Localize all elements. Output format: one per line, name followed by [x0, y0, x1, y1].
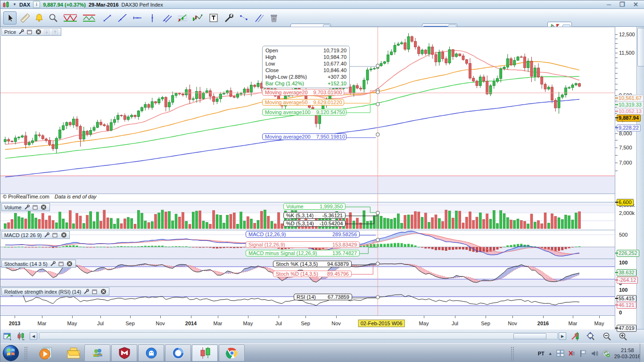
rsi-window-icon[interactable] — [91, 288, 98, 295]
volk-name: %K (5,3,14) — [286, 213, 314, 218]
axis-tick — [615, 53, 618, 53]
time-axis-tick — [424, 316, 424, 318]
stoch-settings-icon[interactable] — [50, 261, 56, 267]
vertical-scrollbar-thumb[interactable] — [637, 28, 644, 66]
tooltip-low-label: Low — [265, 60, 275, 67]
start-button[interactable] — [2, 345, 20, 362]
axis-badge-dash — [615, 127, 618, 128]
volume-close-icon[interactable] — [41, 204, 47, 210]
taskbar-grip[interactable] — [24, 346, 28, 361]
rsi-tick-label: 0 — [619, 310, 622, 315]
rsi-name: RSI (14) — [297, 294, 316, 300]
zoom-out-button[interactable] — [601, 331, 612, 342]
axis-tick — [615, 84, 618, 84]
stoch-tick-label: 100 — [619, 260, 627, 265]
axis-value-badge: 226,252 — [617, 250, 639, 257]
time-axis-label: Jul — [275, 321, 282, 326]
rsi-close-icon[interactable] — [100, 288, 107, 295]
price-movedown-icon[interactable] — [43, 29, 50, 35]
explorer-icon[interactable] — [66, 347, 82, 360]
ring-app-taskbar-button[interactable] — [165, 345, 191, 362]
time-axis-tick — [455, 316, 455, 318]
price-moveup-icon[interactable] — [52, 29, 58, 35]
rsi-settings-icon[interactable] — [83, 288, 90, 295]
time-axis-label: Sep — [301, 321, 310, 326]
volume-settings-icon[interactable] — [24, 204, 30, 210]
chrome-taskbar-button[interactable] — [219, 345, 245, 362]
axis-value-badge: 55.415 — [617, 295, 636, 302]
update-status-icon[interactable] — [603, 350, 611, 357]
volume-label: Volume1,999,350 — [283, 203, 346, 210]
ghost-app-taskbar-button[interactable] — [138, 345, 164, 362]
tooltip-barchg-label: Bar Chg (1.42%) — [265, 80, 304, 87]
time-axis-label: Sep — [481, 321, 490, 326]
macd-settings-icon[interactable] — [43, 232, 50, 238]
bar-style-button[interactable] — [16, 331, 27, 342]
axis-tick — [615, 34, 618, 35]
prorealtime-taskbar-button[interactable] — [192, 345, 218, 362]
new-chart-button[interactable] — [2, 331, 14, 342]
tooltip-close-value: 10,846.40 — [323, 67, 347, 74]
time-axis-label: Jul — [452, 321, 458, 326]
tooltip-open-value: 10,719.20 — [323, 47, 347, 54]
vold-value: -10.54204 — [320, 221, 343, 226]
chart-options-button[interactable] — [570, 331, 581, 342]
rsi-panel-header: Relative strength index (RSI) (14) — [1, 288, 109, 296]
macd-window-icon[interactable] — [52, 232, 58, 238]
hidden-icons-caret[interactable]: ▲ — [548, 351, 553, 356]
price-panel-header: Price — [1, 28, 61, 36]
horizontal-scrollbar-thumb[interactable] — [513, 333, 546, 339]
time-axis-label: Sep — [125, 321, 135, 326]
speaker-icon[interactable] — [591, 350, 599, 357]
volk-value: -5.36121 — [322, 213, 343, 218]
price-settings-icon[interactable] — [18, 29, 25, 35]
axis-tick — [615, 63, 618, 63]
action-center-icon[interactable] — [556, 350, 564, 357]
price-tick-label: 7,500 — [619, 145, 632, 150]
macd-tick-label: 500 — [619, 232, 627, 238]
tooltip-highlow-label: High-Low (2.88%) — [265, 74, 307, 80]
language-indicator[interactable]: PT — [538, 351, 545, 356]
macd-panel-header: MACD (12 26 9) — [1, 231, 70, 239]
time-axis-label: Mar — [38, 321, 47, 326]
axis-badge-dash — [615, 104, 618, 105]
vertical-scrollbar[interactable] — [636, 27, 644, 329]
axis-tick — [615, 78, 618, 79]
macd-close-icon[interactable] — [60, 232, 67, 238]
power-status-icon[interactable] — [568, 350, 576, 357]
mcafee-taskbar-button[interactable] — [111, 345, 137, 362]
tray-grip[interactable] — [511, 346, 514, 361]
macdhist-label: MACD minus Signal (12,26,9)135.74827 — [246, 250, 360, 256]
price-window-icon[interactable] — [26, 29, 33, 35]
zoom-in-button[interactable] — [617, 331, 628, 342]
macd-name: MACD (12,26,9) — [248, 231, 286, 237]
zoom-fit-button[interactable] — [585, 331, 596, 342]
copyright-text: © ProRealTime.com — [3, 194, 50, 199]
time-axis-tick — [486, 316, 486, 318]
show-desktop-button[interactable] — [640, 344, 644, 362]
price-close-icon[interactable] — [35, 29, 41, 35]
axis-tick — [615, 133, 618, 134]
stoch-close-icon[interactable] — [66, 261, 73, 267]
time-axis-tick — [573, 316, 573, 318]
time-axis-tick — [336, 316, 337, 318]
time-axis-tick — [130, 316, 131, 318]
macdhist-name: MACD minus Signal (12,26,9) — [248, 250, 317, 256]
signal-value: 153.83429 — [332, 242, 357, 247]
axis-value-badge: 10,052.13 — [617, 108, 644, 115]
time-axis-tick — [543, 316, 544, 318]
stoch-window-icon[interactable] — [58, 261, 65, 267]
time-axis-tick — [191, 316, 191, 318]
time-axis-tick — [279, 316, 279, 318]
network-flag-icon[interactable] — [580, 350, 587, 357]
media-player-icon[interactable] — [38, 346, 53, 361]
messenger-taskbar-button[interactable] — [84, 345, 110, 362]
axis-value-badge: 6,600 — [617, 199, 634, 206]
taskbar-clock[interactable]: 21:58 29-03-2016 — [614, 347, 641, 360]
tooltip-high-value: 10,984.70 — [323, 54, 347, 60]
scroll-right-button[interactable]: ▶ — [559, 332, 566, 340]
axis-tick — [615, 163, 618, 163]
horizontal-scrollbar[interactable] — [39, 332, 558, 339]
volume-window-icon[interactable] — [32, 204, 39, 210]
scroll-left-button[interactable]: ◀ — [30, 332, 37, 340]
